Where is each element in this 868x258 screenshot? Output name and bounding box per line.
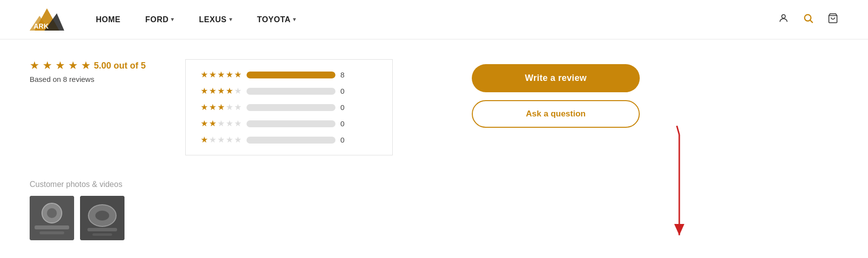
nav-ford[interactable]: FORD ▾	[145, 15, 174, 24]
bar-stars-5: ★ ★ ★ ★ ★	[201, 70, 242, 80]
overall-rating: ★ ★ ★ ★ ★ 5.00 out of 5 Based on 8 revie…	[30, 59, 146, 83]
svg-rect-13	[40, 231, 64, 234]
toyota-chevron-icon: ▾	[293, 16, 296, 23]
search-icon[interactable]	[803, 13, 814, 27]
overall-stars: ★ ★ ★ ★ ★ 5.00 out of 5	[30, 59, 146, 72]
photos-row	[30, 196, 868, 240]
bar-count-5: 8	[340, 71, 348, 79]
bar-stars-4: ★ ★ ★ ★ ★	[201, 86, 242, 96]
lexus-chevron-icon: ▾	[229, 16, 233, 23]
photos-label: Customer photos & videos	[30, 180, 868, 189]
main-content: ★ ★ ★ ★ ★ 5.00 out of 5 Based on 8 revie…	[0, 39, 868, 240]
user-icon[interactable]	[778, 13, 789, 27]
star-5: ★	[81, 59, 91, 72]
bar-row-1: ★ ★ ★ ★ ★ 0	[201, 135, 377, 145]
svg-point-5	[782, 14, 785, 18]
bar-count-3: 0	[340, 103, 348, 111]
bar-count-1: 0	[340, 136, 348, 144]
svg-line-7	[810, 20, 813, 23]
rating-score: 5.00 out of 5	[94, 61, 146, 71]
based-on-text: Based on 8 reviews	[30, 75, 146, 83]
ask-question-button[interactable]: Ask a question	[472, 100, 640, 128]
bar-stars-1: ★ ★ ★ ★ ★	[201, 135, 242, 145]
header: SPLASH GUARDS ARK HOME FORD ▾ LEXUS ▾ TO…	[0, 0, 868, 39]
star-1: ★	[30, 59, 40, 72]
star-3: ★	[55, 59, 65, 72]
photo-thumb-2[interactable]	[80, 196, 124, 240]
svg-rect-18	[92, 233, 112, 236]
bar-row-2: ★ ★ ★ ★ ★ 0	[201, 118, 377, 129]
svg-rect-12	[35, 225, 69, 229]
nav-toyota[interactable]: TOYOTA ▾	[257, 15, 296, 24]
svg-text:ARK: ARK	[34, 22, 48, 30]
bar-track-3	[247, 104, 335, 111]
star-bars: ★ ★ ★ ★ ★ 8 ★ ★ ★ ★ ★	[185, 59, 393, 155]
photo-thumb-1[interactable]	[30, 196, 74, 240]
logo[interactable]: SPLASH GUARDS ARK	[30, 6, 66, 33]
action-buttons: Write a review Ask a question	[472, 64, 640, 128]
bar-row-4: ★ ★ ★ ★ ★ 0	[201, 86, 377, 96]
logo-icon: SPLASH GUARDS ARK	[30, 6, 64, 33]
star-2: ★	[42, 59, 52, 72]
write-review-button[interactable]: Write a review	[472, 64, 640, 92]
bar-track-4	[247, 88, 335, 95]
star-4: ★	[68, 59, 78, 72]
svg-point-6	[805, 14, 811, 21]
cart-icon[interactable]	[827, 13, 838, 27]
svg-point-16	[95, 211, 109, 221]
svg-rect-17	[87, 228, 117, 231]
bar-track-2	[247, 120, 335, 127]
nav-lexus[interactable]: LEXUS ▾	[199, 15, 232, 24]
bar-stars-2: ★ ★ ★ ★ ★	[201, 118, 242, 129]
bar-row-3: ★ ★ ★ ★ ★ 0	[201, 102, 377, 112]
svg-point-11	[47, 208, 57, 218]
bar-row-5: ★ ★ ★ ★ ★ 8	[201, 70, 377, 80]
header-icons	[778, 13, 838, 27]
bar-track-1	[247, 137, 335, 144]
bar-count-2: 0	[340, 119, 348, 128]
main-nav: HOME FORD ▾ LEXUS ▾ TOYOTA ▾	[96, 15, 778, 24]
bar-fill-5	[247, 72, 335, 78]
bar-count-4: 0	[340, 87, 348, 95]
reviews-section: ★ ★ ★ ★ ★ 5.00 out of 5 Based on 8 revie…	[0, 39, 868, 165]
ford-chevron-icon: ▾	[171, 16, 174, 23]
nav-home[interactable]: HOME	[96, 15, 121, 24]
photos-section: Customer photos & videos	[0, 180, 868, 240]
bar-stars-3: ★ ★ ★ ★ ★	[201, 102, 242, 112]
bar-track-5	[247, 72, 335, 78]
